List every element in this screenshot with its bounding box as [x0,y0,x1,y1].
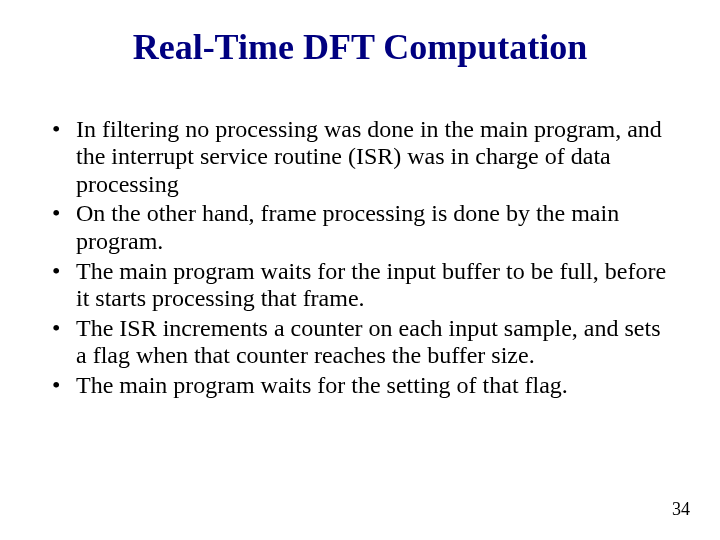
list-item: The ISR increments a counter on each inp… [50,315,670,370]
list-item: The main program waits for the setting o… [50,372,670,400]
bullet-list: In filtering no processing was done in t… [50,116,670,400]
page-number: 34 [672,499,690,520]
list-item: In filtering no processing was done in t… [50,116,670,199]
slide: Real-Time DFT Computation In filtering n… [0,0,720,540]
slide-title: Real-Time DFT Computation [40,0,680,68]
list-item: The main program waits for the input buf… [50,258,670,313]
list-item: On the other hand, frame processing is d… [50,200,670,255]
